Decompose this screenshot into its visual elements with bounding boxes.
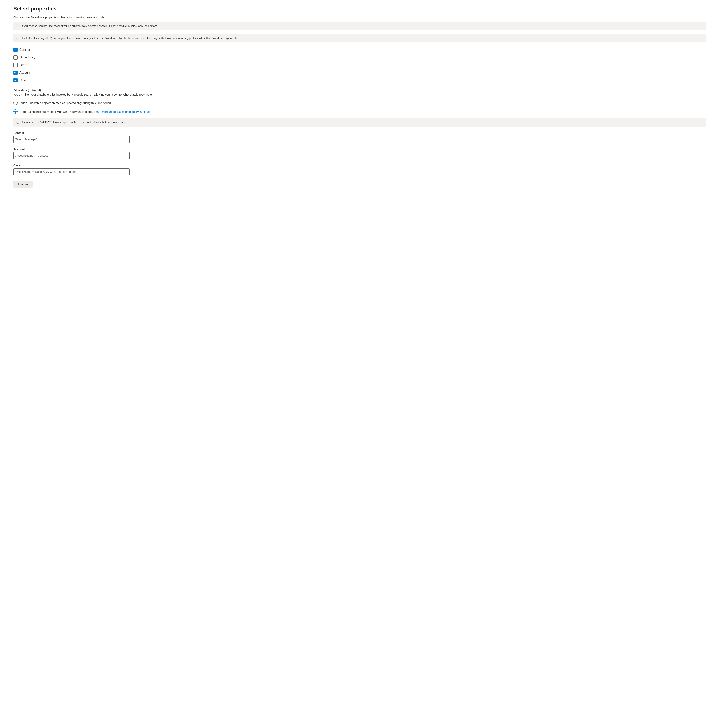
checkbox-opportunity[interactable]: Opportunity	[13, 55, 706, 60]
checkbox-box[interactable]	[13, 78, 18, 83]
radio-time-period[interactable]: Index Salesforce objects created or upda…	[13, 101, 706, 105]
object-checkbox-list: ContactOpportunityLeadAccountCase	[13, 48, 706, 83]
query-label: Contact	[13, 131, 706, 135]
checkbox-label: Opportunity	[20, 56, 35, 59]
info-banner-contact: If you choose 'contact,' the account wil…	[13, 22, 706, 30]
query-input-case[interactable]	[13, 168, 130, 175]
radio-label-text: Enter Salesforce query specifying what y…	[20, 110, 93, 113]
learn-more-link[interactable]: Learn more about Salesforce query langua…	[94, 110, 151, 113]
radio-label: Index Salesforce objects created or upda…	[20, 101, 111, 104]
checkbox-label: Contact	[20, 48, 30, 52]
checkbox-case[interactable]: Case	[13, 78, 706, 83]
query-label: Case	[13, 164, 706, 167]
checkbox-box[interactable]	[13, 48, 18, 52]
query-block-contact: Contact	[13, 131, 706, 143]
query-input-contact[interactable]	[13, 136, 130, 143]
info-icon	[17, 37, 20, 40]
svg-point-8	[18, 121, 18, 122]
checkbox-label: Lead	[20, 63, 26, 67]
page-subtitle: Choose what Salesforce properties (objec…	[13, 16, 706, 19]
radio-circle[interactable]	[13, 101, 18, 105]
checkbox-box[interactable]	[13, 70, 18, 75]
info-banner-fls: If field level security (FLS) is configu…	[13, 34, 706, 43]
radio-label: Enter Salesforce query specifying what y…	[20, 110, 151, 113]
query-input-account[interactable]	[13, 152, 130, 159]
checkbox-label: Account	[20, 71, 31, 74]
query-block-account: Account	[13, 147, 706, 159]
info-icon	[17, 121, 20, 124]
info-text: If you choose 'contact,' the account wil…	[21, 24, 158, 28]
info-text: If field level security (FLS) is configu…	[21, 37, 240, 40]
filter-heading: Filter data (optional)	[13, 89, 706, 92]
checkbox-contact[interactable]: Contact	[13, 48, 706, 52]
radio-query[interactable]: Enter Salesforce query specifying what y…	[13, 110, 706, 114]
checkbox-label: Case	[20, 79, 26, 82]
preview-button[interactable]: Preview	[13, 180, 33, 188]
info-banner-where: If you leave the 'WHERE' clause empty, i…	[13, 118, 706, 127]
query-label: Account	[13, 147, 706, 151]
filter-description: You can filter your data before it's ind…	[13, 93, 706, 96]
page-title: Select properties	[13, 6, 706, 12]
checkbox-account[interactable]: Account	[13, 70, 706, 75]
checkbox-lead[interactable]: Lead	[13, 63, 706, 67]
info-text: If you leave the 'WHERE' clause empty, i…	[21, 121, 125, 124]
query-block-case: Case	[13, 164, 706, 175]
checkbox-box[interactable]	[13, 55, 18, 60]
checkbox-box[interactable]	[13, 63, 18, 67]
radio-circle[interactable]	[13, 110, 18, 114]
info-icon	[17, 24, 20, 28]
